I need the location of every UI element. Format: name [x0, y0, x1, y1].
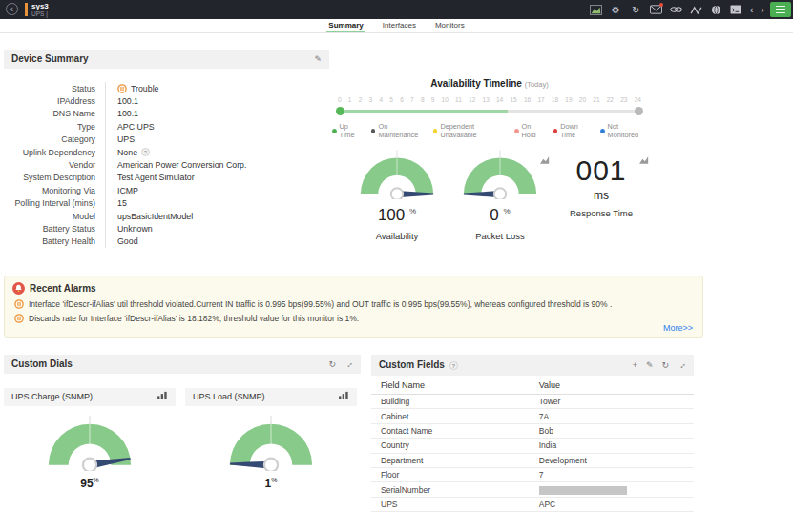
tab[interactable]: Summary [326, 19, 365, 32]
trouble-icon [117, 84, 127, 93]
gauge-label: Packet Loss [454, 231, 546, 241]
expand-icon[interactable]: ↔ [672, 356, 692, 376]
availability-timeline: Availability Timeline (Today) 0123456789… [332, 78, 647, 139]
sync-icon[interactable]: ↻ [630, 4, 642, 16]
area-chart-icon[interactable] [590, 4, 602, 16]
trouble-icon [14, 299, 24, 309]
help-icon[interactable]: ? [449, 361, 458, 370]
link-icon[interactable] [670, 4, 682, 16]
field-value: upsBasicIdentModel [105, 210, 329, 222]
tab[interactable]: Interfaces [381, 19, 418, 32]
expand-icon[interactable]: ↔ [339, 355, 359, 375]
menu-button[interactable] [770, 2, 791, 17]
table-row: Building Tower [371, 395, 694, 409]
cell-value-text: Tower [539, 397, 561, 406]
legend-item: Up Time [332, 122, 363, 139]
cell-value-text: Bob [539, 426, 553, 436]
field-value: ICMP [105, 184, 329, 196]
custom-dials-panel: Custom Dials ↻ ↔ UPS Charge (SNMP) [4, 355, 361, 490]
bar-chart-icon[interactable] [157, 388, 168, 406]
legend-dot [600, 129, 605, 133]
gauge-value: 0 % [454, 206, 546, 225]
terminal-icon[interactable] [730, 4, 742, 16]
gear-icon[interactable]: ⚙ [610, 4, 622, 16]
field-value: Trouble [105, 82, 329, 94]
tab[interactable]: Monitors [433, 19, 467, 32]
cell-field-name: Floor [371, 470, 539, 480]
refresh-icon[interactable]: ↻ [661, 356, 669, 375]
alarm-text: Discards rate for Interface 'ifDescr-ifA… [29, 314, 359, 323]
field-value-text: Unknown [117, 224, 153, 234]
table-row: Country India [371, 439, 694, 453]
field-value: 15 [105, 197, 329, 210]
field-row: Category UPS [4, 133, 329, 146]
refresh-icon[interactable]: ↻ [328, 355, 336, 374]
edit-icon[interactable]: ✎ [646, 356, 654, 375]
dial-value: 1% [185, 477, 357, 490]
device-summary-fields: Status Trouble IPAddress 100.1 [4, 82, 329, 248]
globe-icon[interactable] [710, 4, 722, 16]
timeline-start-dot [336, 107, 344, 115]
dial-name: UPS Load (SNMP) [193, 388, 265, 406]
field-label: Battery Health [4, 236, 105, 246]
cell-field-name: Building [371, 397, 539, 406]
legend-item: Down Time [553, 122, 592, 139]
pulse-icon[interactable] [690, 4, 702, 16]
cell-value-text: India [539, 440, 556, 450]
custom-fields-header: Custom Fields ? + ✎ ↻ ↔ [371, 355, 694, 376]
cell-field-name: Country [371, 440, 539, 450]
response-time-value: 001 [557, 154, 645, 187]
field-value: American Power Conversion Corp. [105, 158, 329, 171]
device-summary-header: Device Summary ✎ [4, 50, 329, 69]
response-time-label: Response Time [557, 208, 645, 218]
tick-label: 22 [607, 96, 614, 103]
field-label: Model [4, 212, 105, 221]
field-value-text: American Power Conversion Corp. [117, 160, 246, 170]
timeline-ticks: 0123456789101112131415161718192021222324 [338, 96, 641, 103]
cell-value-text: 7 [539, 470, 544, 480]
graph-icon[interactable] [639, 151, 649, 168]
tick-label: 6 [400, 96, 404, 103]
dial-card-header: UPS Charge (SNMP) [4, 388, 176, 406]
mail-icon[interactable] [650, 4, 662, 16]
edit-icon[interactable]: ✎ [314, 50, 322, 69]
device-accent-bar [25, 3, 28, 16]
back-button[interactable]: ‹ [6, 3, 18, 15]
dial-name: UPS Charge (SNMP) [11, 388, 93, 406]
gauge: 0 % Packet Loss [454, 149, 546, 241]
device-summary-title: Device Summary [11, 50, 89, 69]
tick-label: 15 [510, 96, 516, 103]
help-icon[interactable]: ? [141, 148, 150, 156]
more-link[interactable]: More>> [663, 323, 693, 333]
bar-chart-icon[interactable] [339, 388, 349, 406]
field-value: UPS [105, 133, 329, 146]
field-label: Uplink Dependency [4, 148, 105, 157]
field-label: Status [4, 84, 105, 93]
tick-label: 1 [348, 96, 352, 103]
field-value-text: Trouble [131, 84, 159, 93]
recent-alarms-header: Recent Alarms [5, 276, 702, 295]
field-label: Vendor [4, 160, 105, 170]
field-value-text: Test Agent Simulator [117, 173, 195, 182]
graph-icon[interactable] [540, 151, 550, 168]
topbar: ‹ sys3 UPS | ⚙ ↻ ‹ › [0, 0, 793, 19]
field-value-text: UPS [117, 134, 135, 144]
dial-value: 95% [4, 477, 176, 490]
tick-label: 18 [552, 96, 558, 103]
chevron-right-icon[interactable]: › [761, 4, 764, 15]
field-value-text: 100.1 [117, 109, 138, 118]
chevron-left-icon[interactable]: ‹ [750, 4, 754, 15]
alarm-bell-icon [12, 282, 25, 295]
cell-value: Development [539, 456, 694, 465]
alarm-row: Discards rate for Interface 'ifDescr-ifA… [5, 309, 702, 323]
field-value: 100.1 [105, 94, 329, 107]
legend-label: Dependent Unavailable [440, 122, 506, 139]
field-label: Category [4, 134, 105, 144]
add-icon[interactable]: + [633, 356, 637, 375]
field-row: Vendor American Power Conversion Corp. [4, 158, 329, 171]
cell-field-name: UPS [371, 500, 539, 509]
custom-fields-title: Custom Fields [379, 355, 445, 376]
tick-label: 16 [524, 96, 531, 103]
field-value-text: Good [117, 236, 138, 246]
field-value: Good [105, 235, 329, 248]
